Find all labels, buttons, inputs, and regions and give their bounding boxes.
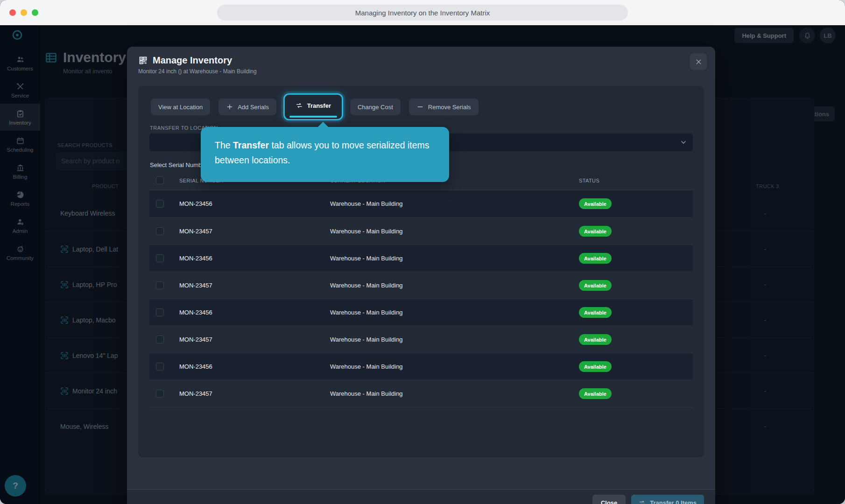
macos-titlebar: Managing Inventory on the Inventory Matr…	[0, 0, 845, 25]
current-location-cell: Warehouse - Main Building	[330, 282, 403, 289]
select-all-checkbox[interactable]	[156, 176, 164, 184]
tooltip-text-prefix: The	[215, 140, 233, 150]
modal-close-button[interactable]	[690, 53, 707, 70]
status-badge: Available	[579, 253, 612, 264]
manage-inventory-modal: Manage Inventory Monitor 24 inch () at W…	[127, 47, 715, 504]
serial-row: MON-23456 Warehouse - Main Building Avai…	[149, 299, 693, 326]
serial-number-cell: MON-23457	[179, 336, 212, 343]
current-location-cell: Warehouse - Main Building	[330, 390, 403, 397]
zoom-window-button[interactable]	[32, 9, 38, 16]
row-checkbox[interactable]	[156, 363, 164, 371]
qr-code-icon	[138, 56, 148, 65]
modal-subtitle: Monitor 24 inch () at Warehouse - Main B…	[138, 68, 257, 75]
current-location-cell: Warehouse - Main Building	[330, 200, 403, 207]
serial-number-cell: MON-23457	[179, 228, 212, 235]
tab-label: Add Serials	[238, 104, 268, 111]
tab-wrapper: Change Cost	[349, 97, 402, 117]
transfer-icon	[296, 102, 303, 109]
select-serials-label: Select Serial Numb	[150, 161, 202, 168]
status-badge: Available	[579, 280, 612, 291]
close-window-button[interactable]	[9, 9, 16, 16]
row-checkbox[interactable]	[156, 254, 164, 262]
close-button[interactable]: Close	[592, 495, 626, 504]
minus-icon	[416, 103, 424, 111]
status-badge: Available	[579, 226, 612, 237]
tab-label: Change Cost	[358, 104, 393, 111]
app-body: Help & Support LB Inventory Monitor all …	[0, 25, 845, 504]
serial-row: MON-23457 Warehouse - Main Building Avai…	[149, 217, 693, 245]
transfer-icon	[639, 499, 646, 504]
traffic-lights	[9, 9, 38, 16]
serial-row: MON-23456 Warehouse - Main Building Avai…	[149, 190, 693, 217]
serial-row: MON-23457 Warehouse - Main Building Avai…	[149, 380, 693, 407]
serial-row: MON-23456 Warehouse - Main Building Avai…	[149, 245, 693, 272]
tab-label: View at Location	[158, 104, 203, 111]
serial-number-cell: MON-23456	[179, 200, 212, 207]
status-header: STATUS	[579, 178, 599, 183]
tab-wrapper: Transfer	[283, 93, 343, 120]
row-checkbox[interactable]	[156, 390, 164, 398]
tab-button[interactable]: Change Cost	[350, 98, 401, 115]
chevron-down-icon	[680, 139, 687, 146]
row-checkbox[interactable]	[156, 227, 164, 235]
row-checkbox[interactable]	[156, 200, 164, 208]
active-tab-underline	[289, 116, 337, 118]
tab-button[interactable]: View at Location	[151, 98, 210, 115]
tooltip-text-bold: Transfer	[233, 140, 269, 150]
tab-wrapper: Add Serials	[217, 97, 277, 117]
table-end-divider	[149, 407, 693, 407]
modal-footer: Close Transfer 0 Items	[127, 489, 715, 504]
status-badge: Available	[579, 198, 612, 209]
plus-icon	[226, 103, 233, 111]
serial-row: MON-23457 Warehouse - Main Building Avai…	[149, 272, 693, 299]
modal-header: Manage Inventory Monitor 24 inch () at W…	[138, 55, 257, 75]
serial-number-cell: MON-23457	[179, 390, 212, 397]
tab-wrapper: Remove Serials	[408, 97, 480, 117]
row-checkbox[interactable]	[156, 336, 164, 343]
tab-button[interactable]: Transfer	[288, 97, 338, 114]
minimize-window-button[interactable]	[21, 9, 27, 16]
transfer-tab-tooltip: The Transfer tab allows you to move seri…	[201, 127, 449, 182]
current-location-cell: Warehouse - Main Building	[330, 255, 403, 262]
tab-label: Transfer	[307, 102, 331, 109]
status-badge: Available	[579, 388, 612, 399]
serials-table-body: MON-23456 Warehouse - Main Building Avai…	[149, 190, 693, 407]
status-badge: Available	[579, 361, 612, 372]
tab-label: Remove Serials	[428, 104, 471, 111]
current-location-cell: Warehouse - Main Building	[330, 336, 403, 343]
serial-number-cell: MON-23456	[179, 309, 212, 316]
tab-button[interactable]: Add Serials	[218, 98, 276, 115]
serial-number-cell: MON-23456	[179, 363, 212, 370]
serial-number-cell: MON-23456	[179, 255, 212, 262]
transfer-items-label: Transfer 0 Items	[650, 499, 697, 504]
tab-wrapper: View at Location	[149, 97, 211, 117]
modal-title: Manage Inventory	[153, 55, 232, 66]
close-icon	[695, 58, 702, 65]
transfer-items-button[interactable]: Transfer 0 Items	[631, 495, 704, 504]
row-checkbox[interactable]	[156, 281, 164, 289]
tooltip-arrow	[317, 122, 329, 127]
serial-row: MON-23457 Warehouse - Main Building Avai…	[149, 326, 693, 353]
serials-table: SERIAL NUMBER CURRENT LOCATION STATUS MO…	[149, 174, 693, 407]
screen: Managing Inventory on the Inventory Matr…	[0, 0, 845, 504]
modal-tabs: View at Location Add Serials Transfer Ch…	[149, 93, 480, 120]
window-title: Managing Inventory on the Inventory Matr…	[217, 5, 628, 21]
tab-button[interactable]: Remove Serials	[409, 98, 479, 115]
current-location-cell: Warehouse - Main Building	[330, 309, 403, 316]
app-window: Managing Inventory on the Inventory Matr…	[0, 0, 845, 504]
status-badge: Available	[579, 334, 612, 345]
current-location-cell: Warehouse - Main Building	[330, 228, 403, 235]
serial-row: MON-23456 Warehouse - Main Building Avai…	[149, 353, 693, 380]
serial-number-cell: MON-23457	[179, 282, 212, 289]
row-checkbox[interactable]	[156, 308, 164, 316]
current-location-cell: Warehouse - Main Building	[330, 363, 403, 370]
status-badge: Available	[579, 307, 612, 318]
